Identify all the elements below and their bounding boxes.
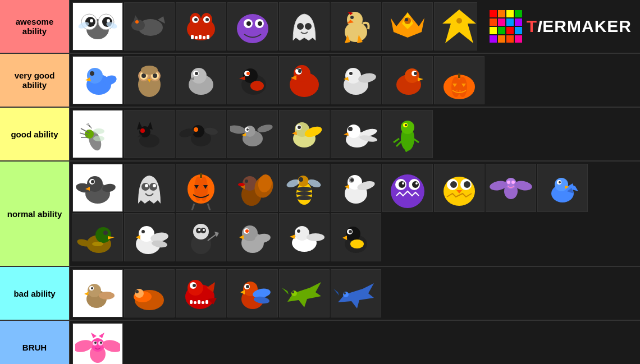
tier-items-good xyxy=(70,108,640,160)
svg-point-279 xyxy=(292,291,294,293)
svg-marker-284 xyxy=(333,289,339,296)
svg-point-239 xyxy=(307,233,324,241)
svg-point-278 xyxy=(291,291,297,296)
svg-point-56 xyxy=(141,73,146,78)
svg-point-136 xyxy=(401,121,414,134)
svg-point-30 xyxy=(258,21,262,26)
tier-label-verygood: very good ability xyxy=(0,54,70,107)
svg-point-200 xyxy=(507,181,510,184)
tier-row-normal: normal ability xyxy=(0,162,640,267)
svg-rect-24 xyxy=(203,36,205,39)
svg-point-101 xyxy=(93,128,104,134)
list-item xyxy=(227,2,278,50)
list-item xyxy=(331,110,381,158)
svg-point-31 xyxy=(297,23,304,30)
svg-point-242 xyxy=(297,229,300,233)
svg-rect-266 xyxy=(202,301,204,304)
svg-point-118 xyxy=(230,124,246,135)
svg-rect-265 xyxy=(198,300,200,304)
svg-point-26 xyxy=(237,14,268,43)
svg-rect-94 xyxy=(456,90,458,92)
list-item xyxy=(176,164,226,212)
svg-point-182 xyxy=(350,178,354,182)
svg-point-130 xyxy=(347,125,360,138)
list-item xyxy=(486,164,536,212)
svg-marker-294 xyxy=(99,333,104,338)
tier-items-bruh xyxy=(70,321,640,364)
svg-point-43 xyxy=(405,18,408,21)
svg-point-257 xyxy=(135,289,144,298)
tier-row-verygood: very good ability xyxy=(0,54,640,108)
svg-point-20 xyxy=(205,18,209,21)
svg-line-139 xyxy=(394,139,399,142)
svg-point-47 xyxy=(87,68,103,84)
svg-point-227 xyxy=(198,229,200,231)
tier-label-awesome: awesome ability xyxy=(0,0,70,53)
list-item xyxy=(227,164,278,212)
svg-marker-280 xyxy=(282,288,289,294)
svg-point-78 xyxy=(345,68,361,84)
svg-point-228 xyxy=(203,229,205,231)
list-item xyxy=(279,213,330,261)
svg-point-70 xyxy=(250,81,264,91)
list-item xyxy=(72,164,123,212)
svg-point-12 xyxy=(135,20,139,24)
svg-point-91 xyxy=(458,77,467,97)
list-item xyxy=(124,56,175,104)
list-item xyxy=(72,2,123,50)
svg-point-187 xyxy=(412,181,419,188)
svg-point-128 xyxy=(298,126,301,129)
svg-point-57 xyxy=(153,73,157,78)
svg-point-59 xyxy=(141,66,158,75)
svg-marker-234 xyxy=(239,235,244,239)
svg-marker-293 xyxy=(91,333,97,338)
svg-marker-85 xyxy=(418,77,423,81)
svg-rect-155 xyxy=(200,173,202,178)
list-item xyxy=(279,164,330,212)
list-item xyxy=(227,110,278,158)
svg-point-153 xyxy=(153,184,156,187)
svg-line-140 xyxy=(396,141,402,146)
svg-point-87 xyxy=(414,72,417,75)
svg-point-29 xyxy=(246,21,251,26)
svg-point-36 xyxy=(350,16,354,19)
list-item xyxy=(72,56,123,104)
svg-point-189 xyxy=(415,182,418,185)
svg-rect-263 xyxy=(190,300,193,304)
svg-point-61 xyxy=(191,68,207,84)
list-item xyxy=(227,213,278,261)
list-item xyxy=(72,269,123,317)
list-item xyxy=(382,56,433,104)
list-item xyxy=(124,164,175,212)
svg-point-102 xyxy=(93,136,104,141)
tier-items-verygood xyxy=(70,54,640,107)
svg-point-81 xyxy=(349,72,353,75)
svg-rect-267 xyxy=(205,300,208,304)
svg-point-167 xyxy=(238,183,245,186)
svg-point-188 xyxy=(402,182,404,185)
svg-point-134 xyxy=(348,127,353,131)
svg-marker-274 xyxy=(240,290,245,294)
svg-point-286 xyxy=(91,338,104,352)
svg-point-203 xyxy=(555,178,568,191)
svg-point-194 xyxy=(464,181,470,188)
tier-items-normal xyxy=(70,162,640,266)
svg-point-282 xyxy=(343,292,349,297)
svg-marker-67 xyxy=(239,76,245,80)
svg-point-152 xyxy=(145,184,148,187)
svg-point-64 xyxy=(195,72,198,75)
svg-point-34 xyxy=(347,12,363,27)
svg-line-229 xyxy=(208,234,217,241)
svg-marker-213 xyxy=(108,236,115,239)
svg-line-161 xyxy=(208,204,210,210)
list-item xyxy=(537,164,588,212)
tier-label-bad: bad ability xyxy=(0,267,70,320)
list-item xyxy=(176,110,226,158)
list-item xyxy=(331,2,381,50)
svg-rect-25 xyxy=(207,35,209,39)
svg-point-186 xyxy=(399,181,405,188)
tier-items-bad xyxy=(70,267,640,320)
svg-rect-22 xyxy=(195,36,198,39)
list-item xyxy=(227,56,278,104)
svg-point-32 xyxy=(305,23,312,30)
